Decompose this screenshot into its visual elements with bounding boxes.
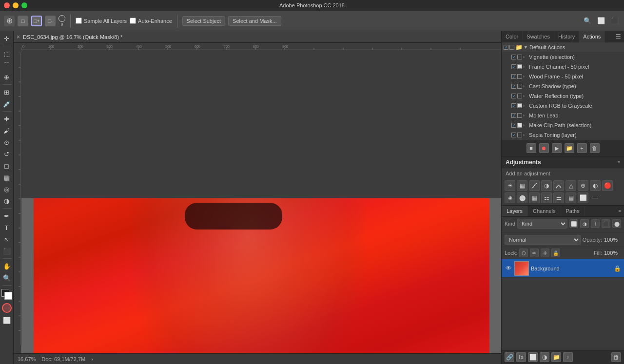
action-expand-2[interactable]: › <box>523 74 528 79</box>
action-item-4[interactable]: ✓ › Water Reflection (type) <box>502 91 624 101</box>
adj-gradient-icon[interactable]: ▤ <box>566 192 576 203</box>
fg-bg-colors[interactable] <box>1 289 12 300</box>
action-checkbox-3[interactable]: ✓ <box>511 84 516 89</box>
close-button[interactable] <box>4 2 10 8</box>
tab-history[interactable]: History <box>554 31 579 42</box>
action-expand-5[interactable]: › <box>523 103 528 108</box>
adj-vibrance-icon[interactable] <box>553 180 564 191</box>
action-checkbox-6[interactable]: ✓ <box>511 113 516 118</box>
blur-tool[interactable]: ◎ <box>1 184 12 194</box>
eyedropper-tool[interactable]: 💉 <box>1 98 12 109</box>
dodge-tool[interactable]: ◑ <box>1 195 12 206</box>
play-button[interactable]: ▶ <box>552 143 562 153</box>
screen-mode-button[interactable]: ⬜ <box>1 315 12 326</box>
workspaces-icon[interactable]: ⬛ <box>609 16 620 26</box>
action-item-0[interactable]: ✓ › Vignette (selection) <box>502 52 624 62</box>
action-checkbox-2[interactable]: ✓ <box>511 74 516 79</box>
adj-threshold-icon[interactable]: ⚌ <box>553 192 564 203</box>
zoom-tool[interactable]: 🔍 <box>1 272 12 283</box>
action-expand-4[interactable]: › <box>523 94 528 98</box>
adj-invert-icon[interactable]: ▦ <box>529 192 540 203</box>
select-subject-button[interactable]: Select Subject <box>182 16 225 26</box>
adj-colorlookup-icon[interactable]: ⬤ <box>517 192 527 203</box>
layer-visibility-icon[interactable]: 👁 <box>505 265 512 272</box>
quick-mask-button[interactable] <box>2 303 12 313</box>
minimize-button[interactable] <box>13 2 19 8</box>
new-group-icon[interactable]: 📁 <box>551 352 561 362</box>
select-and-mask-button[interactable]: Select and Mask... <box>228 16 281 26</box>
stop-button[interactable]: ■ <box>526 143 536 153</box>
pixel-filter-icon[interactable]: ⬜ <box>569 219 578 228</box>
history-brush-tool[interactable]: ↺ <box>1 149 12 159</box>
text-tool[interactable]: T <box>1 222 12 233</box>
action-checkbox-7[interactable]: ✓ <box>511 123 516 128</box>
adj-photofilter-icon[interactable]: 🔴 <box>602 180 613 191</box>
eraser-tool[interactable]: ◻ <box>1 160 12 171</box>
search-icon[interactable]: 🔍 <box>582 16 593 26</box>
link-layers-icon[interactable]: 🔗 <box>505 352 514 362</box>
smartobj-filter-icon[interactable]: ⬤ <box>612 219 621 228</box>
maximize-button[interactable] <box>21 2 27 8</box>
lock-position-icon[interactable]: ✛ <box>541 249 549 257</box>
action-expand-3[interactable]: › <box>523 84 528 89</box>
shape-filter-icon[interactable]: ⬛ <box>602 219 610 228</box>
layer-item-background[interactable]: 👁 Background 🔒 <box>502 259 624 278</box>
new-action-button[interactable]: + <box>577 143 587 153</box>
adj-channelmixer-icon[interactable]: ◈ <box>505 192 515 203</box>
action-expand-8[interactable]: › <box>523 133 528 137</box>
tab-close-icon[interactable]: × <box>17 34 20 40</box>
pen-tool[interactable]: ✒ <box>1 211 12 221</box>
action-expand-1[interactable]: › <box>523 64 528 69</box>
action-checkbox-1[interactable]: ✓ <box>511 64 516 69</box>
action-item-2[interactable]: ✓ › Wood Frame - 50 pixel <box>502 72 624 81</box>
clone-stamp-tool[interactable]: ⊙ <box>1 137 12 148</box>
action-expand-6[interactable]: › <box>523 113 528 118</box>
adj-colorbalance-icon[interactable]: ⊕ <box>578 180 588 191</box>
adj-curves-icon[interactable] <box>529 180 540 191</box>
kind-select[interactable]: Kind <box>517 219 567 229</box>
lasso-tool[interactable]: ⌒ <box>1 60 12 71</box>
background-color[interactable] <box>4 292 12 300</box>
lock-image-icon[interactable]: ✏ <box>530 249 539 257</box>
actions-group-header[interactable]: ✓ 📁 ▼ Default Actions <box>502 42 624 52</box>
adj-brightness-icon[interactable]: ☀ <box>505 180 515 191</box>
move-tool[interactable]: ✛ <box>1 33 12 44</box>
lock-transparent-icon[interactable]: ⬡ <box>519 249 528 257</box>
hand-tool[interactable]: ✋ <box>1 261 12 271</box>
add-mask-icon[interactable]: ⬜ <box>528 352 538 362</box>
tab-layers[interactable]: Layers <box>502 206 528 216</box>
screen-mode-icon[interactable]: ⬜ <box>596 16 606 26</box>
adj-selective-icon[interactable]: ⬜ <box>578 192 588 203</box>
add-selection-icon[interactable]: □+ <box>31 16 42 26</box>
adj-levels-icon[interactable]: ▦ <box>517 180 527 191</box>
auto-enhance-checkbox[interactable]: Auto-Enhance <box>130 18 172 24</box>
action-checkbox-8[interactable]: ✓ <box>511 133 516 137</box>
action-checkbox-5[interactable]: ✓ <box>511 103 516 108</box>
subtract-selection-icon[interactable]: □- <box>45 16 56 26</box>
text-filter-icon[interactable]: T <box>591 219 600 228</box>
new-adjustment-icon[interactable]: ◑ <box>540 352 549 362</box>
new-selection-icon[interactable]: □ <box>18 16 28 26</box>
adj-bw-icon[interactable]: ◐ <box>590 180 601 191</box>
action-checkbox-0[interactable]: ✓ <box>511 55 516 59</box>
new-layer-icon[interactable]: + <box>563 352 573 362</box>
group-checkbox[interactable]: ✓ <box>504 45 508 50</box>
lock-all-icon[interactable]: 🔒 <box>551 249 560 257</box>
action-checkbox-4[interactable]: ✓ <box>511 94 516 98</box>
action-item-8[interactable]: ✓ › Sepia Toning (layer) <box>502 130 624 140</box>
action-expand-7[interactable]: › <box>523 123 528 128</box>
action-item-1[interactable]: ✓ ⬜ › Frame Channel - 50 pixel <box>502 62 624 72</box>
panel-menu-icon[interactable]: ☰ <box>616 33 621 40</box>
new-set-button[interactable]: 📁 <box>565 143 574 153</box>
adj-posterize-icon[interactable]: ⚏ <box>541 192 552 203</box>
crop-tool[interactable]: ⊞ <box>1 87 12 97</box>
record-button[interactable]: ⏺ <box>539 143 549 153</box>
selection-tool[interactable]: ⬚ <box>1 48 12 59</box>
action-item-6[interactable]: ✓ › Molten Lead <box>502 111 624 120</box>
canvas-container[interactable] <box>21 198 501 353</box>
sample-all-layers-checkbox[interactable]: Sample All Layers <box>76 18 127 24</box>
layers-menu-icon[interactable]: ≡ <box>619 209 621 213</box>
adjustment-filter-icon[interactable]: ◑ <box>580 219 589 228</box>
delete-layer-icon[interactable]: 🗑 <box>611 352 621 362</box>
fill-value[interactable]: 100% <box>604 250 621 256</box>
